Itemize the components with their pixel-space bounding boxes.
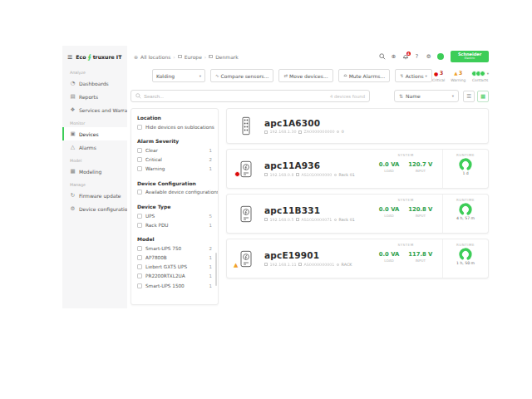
filter-severity-clear[interactable]: Clear 1: [137, 145, 212, 155]
sidebar-item-devices[interactable]: ▣ Devices: [62, 127, 127, 140]
search-icon[interactable]: [378, 53, 386, 61]
system-section: SYSTEM 0.0 VA LOAD 120.7 V INPUT: [369, 150, 442, 188]
sidebar-item-alarms[interactable]: △ Alarms: [62, 140, 127, 154]
runtime-value: 1 d: [462, 171, 468, 175]
breadcrumb-europe[interactable]: Europe: [185, 54, 202, 60]
filter-type-ups[interactable]: UPS 5: [137, 211, 212, 220]
ip-icon: [264, 173, 268, 176]
devices-icon: ▣: [70, 131, 76, 137]
globe-icon[interactable]: ⊕: [390, 53, 397, 61]
input-value: 117.8 V: [408, 251, 432, 258]
sidebar-section-manage: Manage: [62, 178, 127, 189]
move-devices-button[interactable]: ⇄ Move devices...: [278, 69, 332, 82]
checkbox[interactable]: [137, 283, 142, 288]
filter-label: Warning: [145, 166, 165, 171]
device-configuration-icon: ⚙: [70, 205, 76, 212]
dashboards-icon: ◔: [70, 80, 76, 86]
device-ip: 192.168.1.30: [270, 130, 297, 134]
checkbox[interactable]: [137, 214, 142, 219]
avatar-circle: [437, 53, 444, 60]
input-value: 120.8 V: [408, 206, 432, 213]
input-label: INPUT: [416, 214, 426, 218]
device-card-apcE19901[interactable]: ▲ apcE19901 192.168.1.11 AS0000000001 RA…: [226, 239, 489, 278]
device-serial: AS1010000000: [302, 173, 332, 177]
folder-icon: [209, 55, 213, 58]
checkbox[interactable]: [137, 273, 142, 278]
mute-alarms-label: Mute Alarms...: [349, 73, 385, 79]
checkbox[interactable]: [137, 166, 142, 171]
device-card-apc1A6300[interactable]: apc1A6300 192.168.1.30 ZA0000000000 0: [226, 108, 489, 144]
filter-scrollbar[interactable]: [215, 253, 217, 286]
folder-icon: [178, 55, 182, 58]
filter-available-configurations[interactable]: Available device configurations 2: [137, 188, 212, 197]
serial-icon: [296, 218, 299, 221]
sidebar-item-label: Alarms: [79, 145, 96, 150]
card-view-button[interactable]: ▦: [477, 91, 489, 102]
critical-label: Critical: [432, 78, 445, 82]
filter-count: 1: [209, 166, 212, 171]
filter-model-smart-ups-1500[interactable]: Smart-UPS 1500 1: [137, 281, 212, 290]
settings-gear-icon[interactable]: ⚙: [425, 53, 432, 61]
breadcrumb-denmark[interactable]: Denmark: [215, 54, 239, 60]
mute-alarms-button[interactable]: Mute Alarms...: [338, 69, 390, 82]
contacts-status[interactable]: ▾ Contacts: [471, 70, 489, 82]
filter-model-liebert-gxt5[interactable]: Liebert GXT5 UPS 1: [137, 263, 212, 272]
filter-hide-sublocations[interactable]: Hide devices on sublocations: [137, 122, 212, 131]
warning-count: 3: [459, 70, 463, 76]
filter-model-pr2200rtxl2ua[interactable]: PR2200RTXL2UA 1: [137, 272, 212, 281]
checkbox[interactable]: [137, 223, 142, 228]
help-icon[interactable]: ?: [413, 53, 421, 61]
search-input[interactable]: [144, 94, 328, 99]
notifications-bell-icon[interactable]: 4: [401, 53, 409, 61]
location-filter-dropdown[interactable]: Kolding ▾: [152, 69, 205, 82]
sidebar-item-modeling[interactable]: ▦ Modeling: [62, 165, 127, 178]
breadcrumb-all-locations[interactable]: All locations: [140, 54, 170, 60]
warning-label: Warning: [451, 78, 466, 82]
runtime-value: 1 h, 50 m: [456, 261, 475, 265]
sidebar-item-services-warranties[interactable]: ❖ Services and Warranties: [62, 103, 127, 116]
critical-status[interactable]: ●3 Critical: [432, 70, 445, 82]
warning-status[interactable]: ▲3 Warning: [451, 70, 466, 82]
checkbox[interactable]: [137, 148, 142, 153]
filter-severity-warning[interactable]: Warning 1: [137, 165, 212, 174]
device-serial: AS1010000071: [302, 218, 332, 222]
device-info: apc11A936 192.168.0.8 AS1010000000 Rack …: [264, 160, 355, 177]
filter-count: 1: [209, 148, 212, 153]
sidebar-item-dashboards[interactable]: ◔ Dashboards: [62, 76, 127, 90]
actions-button[interactable]: ↯ Actions ▾: [395, 69, 432, 82]
checkbox[interactable]: [137, 190, 142, 195]
list-view-button[interactable]: ☰: [463, 91, 475, 102]
search-row: 4 devices found ⇅ Name ▾ ☰ ▦: [131, 90, 489, 102]
sidebar-item-firmware-update[interactable]: ↻ Firmware update: [62, 189, 127, 202]
runtime-value: 4 h, 57 m: [456, 216, 475, 220]
filter-model-ap7800b[interactable]: AP7800B 1: [137, 254, 212, 263]
device-info: apc1A6300 192.168.1.30 ZA0000000000 0: [264, 118, 344, 135]
filter-label: AP7800B: [145, 255, 167, 260]
device-card-apc11B331[interactable]: apc11B331 192.168.0.5 AS1010000071 Rack …: [226, 194, 489, 234]
user-avatar[interactable]: [436, 53, 444, 61]
checkbox[interactable]: [137, 264, 142, 269]
checkbox[interactable]: [137, 157, 142, 162]
hamburger-menu-icon[interactable]: ☰: [67, 54, 72, 61]
chevron-down-icon: ▾: [426, 74, 427, 78]
filter-type-rack-pdu[interactable]: Rack PDU 1: [137, 220, 212, 229]
warning-badge-icon: ▲: [234, 263, 238, 268]
toolbar: Kolding ▾ ∿ Compare sensors... ⇄ Move de…: [131, 69, 489, 84]
compare-sensors-button[interactable]: ∿ Compare sensors...: [210, 69, 273, 82]
filter-model-smart-ups-750[interactable]: Smart-UPS 750 2: [137, 244, 212, 253]
sidebar-item-device-configuration[interactable]: ⚙ Device configuration: [62, 202, 127, 215]
checkbox[interactable]: [137, 125, 142, 130]
checkbox[interactable]: [137, 255, 142, 260]
filter-severity-critical[interactable]: Critical 2: [137, 155, 212, 164]
checkbox[interactable]: [137, 246, 142, 251]
load-metric: 0.0 VA LOAD: [379, 251, 399, 264]
sidebar-item-reports[interactable]: ▤ Reports: [62, 90, 127, 103]
sort-by-dropdown[interactable]: ⇅ Name ▾: [394, 90, 459, 102]
firmware-update-icon: ↻: [70, 192, 76, 199]
device-card-apc11A936[interactable]: apc11A936 192.168.0.8 AS1010000000 Rack …: [226, 149, 489, 189]
load-value: 0.0 VA: [379, 161, 399, 168]
filter-title-alarm-severity: Alarm Severity: [137, 138, 212, 144]
services-icon: ❖: [70, 106, 76, 113]
sort-by-value: Name: [406, 93, 421, 99]
filter-title-location: Location: [137, 115, 212, 121]
